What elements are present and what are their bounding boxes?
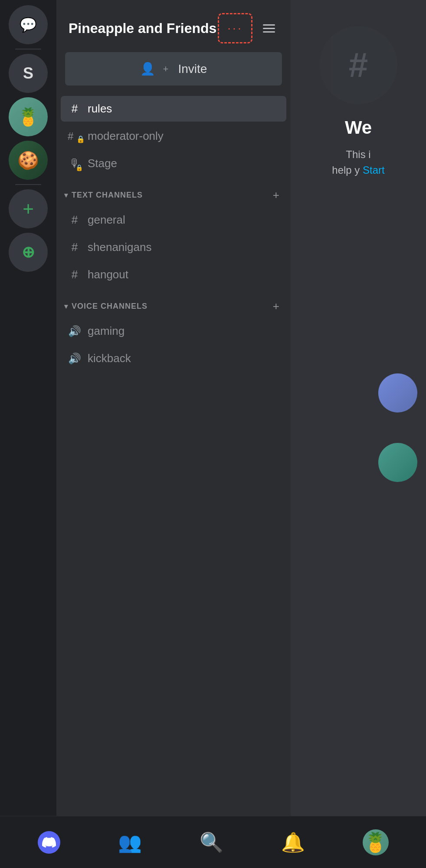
server-divider [15, 49, 41, 50]
nav-item-notifications[interactable]: 🔔 [272, 827, 314, 858]
hamburger-line-3 [263, 31, 275, 33]
text-category-arrow: ▾ [64, 191, 68, 199]
profile-avatar-icon: 🍍 [363, 829, 389, 855]
sidebar-item-dm[interactable]: 💬 [9, 5, 48, 44]
invite-label: Invite [178, 62, 207, 76]
welcome-start-link[interactable]: Start [363, 164, 385, 176]
sidebar-item-add-server[interactable]: + [9, 189, 48, 228]
channel-item-hangout[interactable]: # hangout [61, 262, 286, 287]
server-divider-2 [15, 184, 41, 185]
hamburger-line-1 [263, 24, 275, 26]
voice-channels-title: VOICE CHANNELS [72, 302, 147, 311]
voice-category-arrow: ▾ [64, 302, 68, 310]
bell-icon: 🔔 [281, 831, 305, 854]
cookie-emoji: 🍪 [17, 150, 39, 171]
server-name: Pineapple and Friends [69, 20, 216, 36]
search-icon: 🔍 [200, 831, 223, 854]
welcome-title: We [345, 117, 372, 138]
stage-icon: 🎙 🔒 [68, 157, 82, 170]
nav-item-friends[interactable]: 👥 [109, 827, 151, 858]
sidebar-item-discover[interactable]: ⊕ [9, 233, 48, 272]
channel-name-moderator-only: moderator-only [88, 129, 164, 143]
channel-name-stage: Stage [88, 157, 117, 170]
nav-item-profile[interactable]: 🍍 [354, 825, 397, 860]
sidebar-item-pineapple[interactable]: 🍍 [9, 97, 48, 136]
channel-name-gaming: gaming [88, 324, 125, 338]
welcome-text: This i help y Start [332, 147, 384, 178]
s-label: S [23, 64, 33, 83]
hamburger-line-2 [263, 28, 275, 29]
channel-sidebar: Pineapple and Friends ··· 👤 + Invite # [56, 0, 291, 868]
discord-logo-icon [38, 831, 60, 854]
channel-name-hangout: hangout [88, 268, 128, 281]
channel-name-kickback: kickback [88, 352, 131, 365]
text-channels-title: TEXT CHANNELS [72, 191, 143, 200]
channel-name-rules: rules [88, 102, 112, 116]
main-content-body: # We This i help y Start [291, 0, 426, 204]
hamburger-button[interactable] [259, 21, 279, 36]
channel-header: Pineapple and Friends ··· [56, 0, 291, 52]
header-actions: ··· [218, 13, 279, 43]
channel-name-general: general [88, 213, 125, 227]
welcome-text-line1: This i [346, 149, 370, 160]
text-channels-label: ▾ TEXT CHANNELS [64, 191, 143, 200]
channel-item-general[interactable]: # general [61, 207, 286, 233]
nav-item-search[interactable]: 🔍 [191, 827, 232, 858]
add-voice-channel-button[interactable]: + [269, 298, 283, 315]
add-text-channel-button[interactable]: + [269, 187, 283, 204]
discover-icon: ⊕ [22, 243, 35, 261]
voice-channels-section: ▾ VOICE CHANNELS + 🔊 gaming 🔊 kickback [56, 289, 291, 373]
channel-name-shenanigans: shenanigans [88, 241, 151, 254]
channel-item-kickback[interactable]: 🔊 kickback [61, 346, 286, 371]
server-sidebar: 💬 S 🍍 🍪 + ⊕ [0, 0, 56, 868]
dots-icon: ··· [227, 21, 242, 35]
friends-icon: 👥 [118, 831, 142, 854]
add-icon: + [23, 198, 34, 220]
pineapple-emoji: 🍍 [17, 107, 39, 127]
voice-channels-category[interactable]: ▾ VOICE CHANNELS + [61, 289, 286, 318]
dm-icon: 💬 [20, 17, 37, 33]
welcome-hash-icon: # [319, 26, 397, 104]
hash-icon-hangout: # [68, 268, 82, 281]
text-channels-category[interactable]: ▾ TEXT CHANNELS + [61, 178, 286, 207]
sidebar-item-cookie[interactable]: 🍪 [9, 141, 48, 180]
avatar-bubble-teal [378, 443, 417, 482]
nav-item-home[interactable] [29, 827, 69, 858]
app-container: 💬 S 🍍 🍪 + ⊕ Pineapple and Friends ··· [0, 0, 426, 868]
channel-item-rules[interactable]: # rules [61, 96, 286, 122]
channel-item-moderator-only[interactable]: # 🔒 moderator-only [61, 123, 286, 149]
channel-item-gaming[interactable]: 🔊 gaming [61, 318, 286, 344]
hash-icon-shenanigans: # [68, 241, 82, 254]
main-content: # We This i help y Start [291, 0, 426, 868]
bottom-navigation: 👥 🔍 🔔 🍍 [0, 816, 426, 868]
hash-icon-general: # [68, 213, 82, 227]
invite-icon: 👤 [140, 62, 155, 76]
text-channels-section: ▾ TEXT CHANNELS + # general # shenanigan… [56, 178, 291, 289]
more-options-button[interactable]: ··· [218, 13, 252, 43]
hash-icon-rules: # [68, 102, 82, 116]
hash-lock-icon-moderator: # 🔒 [68, 130, 82, 142]
invite-button[interactable]: 👤 + Invite [65, 52, 282, 86]
channel-item-shenanigans[interactable]: # shenanigans [61, 234, 286, 260]
top-channel-list: # rules # 🔒 moderator-only 🎙 🔒 Stage [56, 96, 291, 178]
sidebar-item-s[interactable]: S [9, 54, 48, 93]
speaker-icon-gaming: 🔊 [68, 325, 82, 337]
avatar-bubble-purple [378, 373, 417, 413]
voice-channels-label: ▾ VOICE CHANNELS [64, 302, 147, 311]
speaker-icon-kickback: 🔊 [68, 353, 82, 365]
hash-symbol: # [349, 45, 368, 85]
channel-item-stage[interactable]: 🎙 🔒 Stage [61, 151, 286, 176]
welcome-text-line2: help y [332, 164, 360, 176]
